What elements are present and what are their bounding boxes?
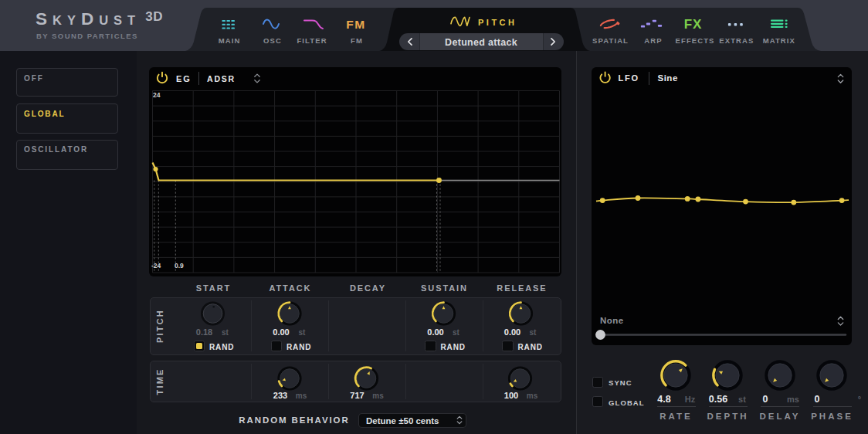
svg-text:FM: FM [346,18,365,31]
svg-text:FX: FX [684,17,703,32]
